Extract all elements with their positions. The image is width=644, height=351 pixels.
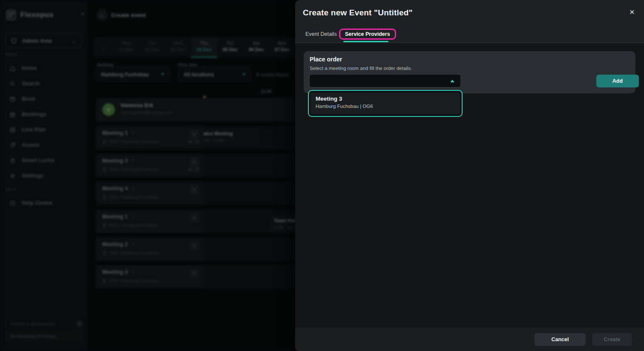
back-button[interactable]: ←	[97, 9, 108, 20]
dropdown-option-subtitle: Hamburg Fuchsbau | OG6	[316, 104, 455, 109]
room-title: Meeting 1♡	[102, 130, 135, 136]
remove-room-button[interactable]: ×	[189, 185, 199, 194]
room-timeline	[204, 238, 304, 261]
sidebar-collapse-icon[interactable]: «	[81, 10, 84, 17]
sidebar-item-label: Smart Locks	[22, 157, 55, 163]
event-block-sales-meeting[interactable]: Sales Meeting 10:00 - 11:00	[204, 128, 260, 147]
calendar-check-icon	[9, 111, 16, 118]
day-name: Sat	[243, 41, 269, 46]
menu-section-label: MENU	[6, 52, 17, 56]
remove-room-button[interactable]: ×	[189, 269, 199, 278]
modal-header: Create new Event "Untitled" ×	[295, 0, 644, 26]
heart-icon[interactable]: ♡	[130, 269, 135, 275]
day-name: Tue	[139, 41, 165, 46]
heart-icon[interactable]: ♡	[130, 186, 135, 191]
lock-icon	[9, 157, 16, 164]
day-cell-sat[interactable]: Sat 06 Dec	[243, 38, 269, 58]
building-icon	[102, 139, 107, 144]
help-circle-icon	[9, 200, 16, 206]
people-icon	[188, 167, 193, 172]
sidebar-item-assets[interactable]: Assets	[0, 137, 87, 153]
place-order-card: Place order Select a meeting room and fi…	[304, 51, 635, 93]
room-card[interactable]: Meeting 3♡ OG6 | Hamburg Fuchsbau × 20	[96, 154, 204, 177]
modal-title: Create new Event "Untitled"	[303, 8, 413, 17]
day-name: Fri	[217, 41, 243, 46]
day-cell-mon[interactable]: Mon 01 Dec	[113, 38, 139, 58]
sidebar-item-bookings[interactable]: Bookings	[0, 107, 87, 122]
building-select[interactable]: Hamburg Fuchsbau	[95, 67, 170, 81]
day-cell-tue[interactable]: Tue 02 Dec	[139, 38, 165, 58]
meeting-room-select[interactable]	[309, 74, 461, 87]
todays-bookings-label: TODAY'S BOOKINGS	[10, 322, 55, 326]
day-cell-wed[interactable]: Wed 03 Dec	[165, 38, 191, 58]
tag-icon	[9, 142, 16, 148]
x-icon: ×	[193, 131, 196, 137]
meeting-room-dropdown: Meeting 3 Hamburg Fuchsbau | OG6	[308, 90, 463, 117]
room-card[interactable]: Meeting 4♡ OG6 | Hamburg Fuchsbau ×	[96, 182, 204, 205]
room-timeline	[204, 182, 304, 205]
dropdown-option-title: Meeting 3	[316, 96, 455, 102]
room-card[interactable]: Meeting 1♡ OG6 | Hamburg Fuchsbau × 10	[96, 126, 204, 149]
building-icon	[102, 251, 107, 255]
day-date: 05 Dec	[217, 47, 243, 52]
floor-plan-icon	[9, 127, 16, 133]
sidebar-menu: Home Search Book Bookings	[0, 61, 87, 183]
x-icon: ×	[193, 270, 196, 276]
shield-icon	[11, 38, 17, 44]
floor-plan-select-value: All locations	[184, 72, 214, 78]
add-button[interactable]: Add	[596, 75, 639, 87]
heart-icon[interactable]: ♡	[130, 214, 135, 220]
sidebar-item-live-plan[interactable]: Live Plan	[0, 122, 87, 137]
floor-plan-label: Floor plan	[178, 62, 198, 67]
floor-plan-select[interactable]: All locations	[178, 67, 251, 81]
remove-room-button[interactable]: ×	[189, 130, 199, 139]
cancel-button[interactable]: Cancel	[535, 333, 586, 346]
sidebar-item-label: Book	[22, 96, 35, 102]
day-cell-thu-selected[interactable]: Thu 04 Dec	[191, 38, 217, 58]
chevron-down-icon	[242, 73, 246, 75]
room-title: Meeting 3♡	[102, 269, 135, 275]
day-date: 04 Dec	[191, 47, 217, 52]
remove-room-button[interactable]: ×	[189, 213, 199, 223]
admin-area-button[interactable]: Admin Area →	[5, 33, 82, 48]
organizer-row: V Vanessa Erk vanessa.erk@flexopus.com	[96, 98, 295, 122]
remove-room-button[interactable]: ×	[189, 157, 199, 167]
previous-week-button[interactable]: ‹	[94, 38, 113, 58]
room-card[interactable]: Meeting 2♡ OG5 | Hamburg Fuchsbau ×	[96, 238, 204, 261]
heart-icon[interactable]: ♡	[130, 130, 135, 136]
close-button[interactable]: ×	[630, 7, 635, 16]
sidebar-item-smart-locks[interactable]: Smart Locks	[0, 153, 87, 168]
day-cell-fri[interactable]: Fri 05 Dec	[217, 38, 243, 58]
sidebar-item-book[interactable]: Book	[0, 91, 87, 107]
room-title: Meeting 3♡	[102, 158, 135, 164]
room-location: OG6 | Hamburg Fuchsbau	[102, 167, 159, 172]
room-timeline	[204, 154, 304, 177]
search-icon	[9, 81, 16, 87]
remove-room-button[interactable]: ×	[189, 241, 199, 250]
sidebar-item-settings[interactable]: Settings	[0, 168, 87, 183]
building-icon	[102, 167, 107, 172]
room-title: Meeting 2♡	[102, 241, 135, 247]
building-icon	[102, 195, 107, 200]
heart-icon[interactable]: ♡	[130, 158, 135, 164]
building-icon	[102, 223, 107, 228]
event-time: 10:00 - 11:00	[204, 138, 256, 142]
avatar: V	[102, 103, 115, 116]
room-card[interactable]: Meeting 3♡ OG5 | Hamburg Fuchsbau ×	[96, 265, 204, 288]
tab-event-details[interactable]: Event Details	[305, 31, 337, 37]
sidebar-item-home[interactable]: Home	[0, 61, 87, 76]
calendar-icon	[9, 96, 16, 102]
day-cell-sun[interactable]: Sun 07 Dec	[269, 38, 295, 58]
day-name: Mon	[113, 41, 139, 46]
create-button-disabled[interactable]: Create	[592, 333, 632, 346]
tab-service-providers[interactable]: Service Providers	[345, 31, 390, 37]
user-email: vanessa.erk@flexopus.com	[121, 110, 173, 115]
room-title: Meeting 4♡	[102, 186, 135, 191]
sidebar-item-help-centre[interactable]: Help Centre	[0, 195, 87, 211]
modal-tabbar: Event Details Service Providers	[295, 26, 644, 43]
room-card[interactable]: Meeting 1♡ OG5 | Hamburg Fuchsbau ×	[96, 210, 204, 233]
building-select-value: Hamburg Fuchsbau	[101, 72, 149, 78]
sidebar-item-search[interactable]: Search	[0, 76, 87, 91]
heart-icon[interactable]: ♡	[130, 241, 135, 247]
dropdown-option-meeting-3[interactable]: Meeting 3 Hamburg Fuchsbau | OG6	[310, 93, 460, 114]
